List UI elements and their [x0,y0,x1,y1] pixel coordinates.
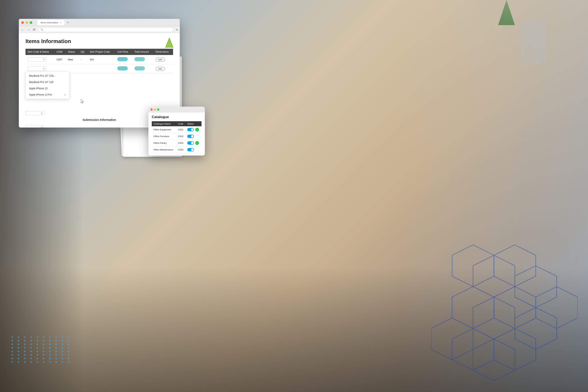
blue-dot [43,336,44,338]
col-header-unit-price: Unit Price [115,49,132,55]
cat-status-2 [186,133,201,140]
blue-dot [11,336,13,338]
browser-refresh-button[interactable]: ↺ [32,28,35,32]
cat-code-1: C001 [176,126,186,133]
dropdown-option-1[interactable]: MacBook Pro 12" 128... [26,73,69,79]
toggle-switch-4[interactable] [187,148,194,151]
col-header-item-project-code: Item Project Code [88,49,115,55]
unit-price-pill-2 [117,66,128,70]
browser-back-button[interactable]: ← [21,28,24,32]
address-bar[interactable]: 🔍 [38,28,173,32]
items-table: Item Code & Name UOM Status Qty Item Pro… [25,49,173,74]
browser-forward-button[interactable]: → [27,28,30,32]
item-code-dropdown-1[interactable]: ∨ [27,57,46,62]
blue-dot [43,344,44,345]
info-button-1[interactable]: Info [155,58,165,62]
blue-dot [24,350,25,352]
blue-dot [36,350,38,352]
blue-dot [24,361,25,363]
cell-project-code-2 [88,64,115,74]
total-amount-pill-2 [134,66,145,70]
blue-dot [24,340,25,342]
blue-dot [55,340,57,342]
blue-dot [55,361,57,363]
info-button-2[interactable]: Info [155,67,165,71]
blue-dot [62,358,63,359]
blue-dot [36,361,38,363]
col-header-uom: UOM [54,49,66,55]
blue-dot [11,347,13,348]
catalogue-row: Office Pantry C003 ✓ [152,140,201,146]
blue-dot [11,361,13,363]
tab-close-icon[interactable]: × [60,21,61,24]
chevron-down-icon: ∨ [43,58,44,61]
catalogue-minimize-dot[interactable] [154,108,156,110]
page-title: Items Information [25,38,173,44]
dropdown-field-3[interactable]: ∨ [25,111,44,116]
cat-col-name: Catalogue Name [152,121,176,126]
blue-dot [49,344,50,345]
cat-status-3: ✓ [186,140,201,146]
blue-dot [18,358,19,359]
blue-dot [30,361,32,363]
catalogue-title: Catalogue [152,115,201,119]
blue-dot [36,336,38,338]
blue-dot [49,336,50,338]
blue-dot [68,354,69,356]
cell-dimensions-1: Info [153,55,173,64]
blue-dot [55,350,57,352]
blue-dot [55,358,57,359]
cell-uom-1: UNIT [54,55,66,64]
blue-dot [11,358,13,359]
check-icon-3: ✓ [195,141,199,145]
blue-dot [68,340,69,342]
blue-dot [49,361,50,363]
dropdown-option-3[interactable]: Apple iPhone 13 [26,85,69,92]
blue-dot [49,354,50,356]
dropdown-option-2[interactable]: MacBook Pro 14" 128 [26,79,69,85]
blue-dot [68,361,69,363]
check-icon-1: ✓ [195,128,199,132]
catalogue-row: Office Maintenance C004 [152,146,201,153]
col-header-qty: Qty [79,49,88,55]
cell-total-amount-2 [132,64,153,74]
blue-dot [62,340,63,342]
catalogue-close-dot[interactable] [150,108,153,110]
mouse-cursor [81,99,85,104]
blue-dot [36,354,38,356]
blue-dot [55,354,57,356]
cell-qty-2 [79,64,88,74]
blue-dot [62,336,63,338]
blue-dot [24,344,25,345]
cat-name-3: Office Pantry [152,140,176,146]
col-header-dimensions: Dimensions [153,49,173,55]
chevron-down-icon: ∨ [43,68,44,70]
catalogue-maximize-dot[interactable] [157,108,159,110]
browser-tabs: Items Information × + [37,20,71,25]
browser-menu-icon[interactable]: ≡ [176,28,178,31]
blue-dot [30,358,32,359]
cat-name-2: Office Furniture [152,133,176,140]
blue-dot [49,347,50,348]
browser-maximize-button[interactable] [30,21,32,24]
toggle-switch-1[interactable] [187,128,194,131]
browser-minimize-button[interactable] [25,21,28,24]
blue-dot [30,347,32,348]
toggle-switch-3[interactable] [187,141,194,145]
toggle-switch-2[interactable] [187,135,194,138]
cell-unit-price-2 [115,64,132,74]
submission-dropdown-field[interactable]: ∨ [25,125,44,128]
cell-total-amount-1 [132,55,153,64]
monitor-decoration [521,21,546,63]
blue-dot [11,344,13,345]
cat-name-1: Office Equipment [152,126,176,133]
item-code-dropdown-2[interactable]: ∨ [27,66,46,71]
new-tab-button[interactable]: + [65,21,71,24]
browser-close-button[interactable] [21,21,24,24]
cat-col-status: Status [186,121,201,126]
blue-dot [62,361,63,363]
catalogue-titlebar [148,106,205,112]
browser-tab-active[interactable]: Items Information × [37,20,64,25]
dropdown-option-4[interactable]: Apple iPhone 13 Pro ∨ [26,92,69,98]
blue-dot [18,340,19,342]
